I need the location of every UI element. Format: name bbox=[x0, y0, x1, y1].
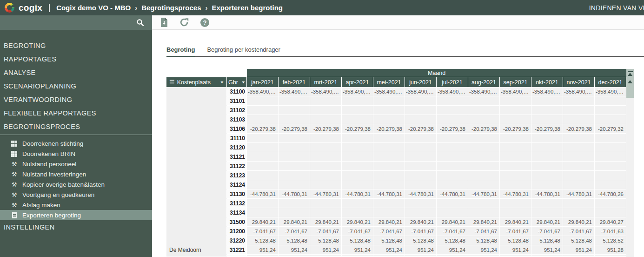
value-cell[interactable] bbox=[595, 143, 626, 152]
value-cell[interactable] bbox=[342, 255, 373, 257]
value-cell[interactable]: -20.279,32 bbox=[595, 124, 626, 134]
value-cell[interactable] bbox=[563, 199, 595, 208]
sidebar-item-flexibele-rapportages[interactable]: FLEXIBELE RAPPORTAGES bbox=[0, 106, 152, 120]
value-cell[interactable]: 951,24 bbox=[563, 245, 595, 255]
value-cell[interactable] bbox=[595, 180, 626, 189]
value-cell[interactable] bbox=[468, 152, 500, 162]
value-cell[interactable] bbox=[595, 199, 626, 208]
sidebar-item-begrotingsproces[interactable]: BEGROTINGSPROCES bbox=[0, 120, 152, 133]
value-cell[interactable]: -358.490,… bbox=[468, 87, 500, 96]
value-cell[interactable] bbox=[247, 143, 279, 152]
value-cell[interactable] bbox=[468, 180, 500, 189]
value-cell[interactable] bbox=[500, 171, 531, 180]
value-cell[interactable] bbox=[563, 106, 595, 115]
value-cell[interactable]: -358.490,… bbox=[279, 87, 310, 96]
sidebar-item-doorrekenen-stichting[interactable]: Doorrekenen stichting bbox=[0, 138, 152, 149]
value-cell[interactable] bbox=[531, 180, 563, 189]
value-cell[interactable] bbox=[563, 134, 595, 143]
sidebar-item-exporteren-begroting[interactable]: Exporteren begroting bbox=[0, 210, 152, 220]
value-cell[interactable] bbox=[247, 208, 279, 217]
value-cell[interactable] bbox=[563, 152, 595, 162]
value-cell[interactable]: 5.128,48 bbox=[563, 236, 595, 245]
value-cell[interactable]: 29.840,21 bbox=[279, 217, 310, 227]
value-cell[interactable]: -44.780,31 bbox=[468, 189, 500, 199]
value-cell[interactable] bbox=[247, 115, 279, 124]
value-cell[interactable]: 951,24 bbox=[279, 245, 310, 255]
sidebar-item-rapportages[interactable]: RAPPORTAGES bbox=[0, 52, 152, 66]
value-cell[interactable]: 951,24 bbox=[342, 245, 373, 255]
gbr-column-header[interactable]: Gbr ▼ bbox=[227, 77, 247, 87]
value-cell[interactable] bbox=[437, 255, 468, 257]
value-cell[interactable] bbox=[500, 134, 531, 143]
sidebar-item-afslag-maken[interactable]: ⚒Afslag maken bbox=[0, 200, 152, 210]
value-cell[interactable]: -20.279,38 bbox=[468, 124, 500, 134]
sidebar-item-analyse[interactable]: ANALYSE bbox=[0, 66, 152, 79]
value-cell[interactable] bbox=[531, 171, 563, 180]
sidebar-item-voortgang-en-goedkeuren[interactable]: ⚒Voortgang en goedkeuren bbox=[0, 189, 152, 200]
value-cell[interactable]: -358.490,… bbox=[595, 87, 626, 96]
value-cell[interactable] bbox=[531, 199, 563, 208]
value-cell[interactable]: 29.840,21 bbox=[468, 217, 500, 227]
search-icon[interactable] bbox=[136, 19, 144, 27]
value-cell[interactable]: -44.780,31 bbox=[563, 189, 595, 199]
value-cell[interactable] bbox=[563, 180, 595, 189]
value-cell[interactable]: -7.041,67 bbox=[247, 227, 279, 236]
value-cell[interactable] bbox=[437, 143, 468, 152]
value-cell[interactable] bbox=[563, 208, 595, 217]
value-cell[interactable] bbox=[563, 96, 595, 106]
value-cell[interactable] bbox=[342, 180, 373, 189]
value-cell[interactable]: 29.840,27 bbox=[595, 217, 626, 227]
sidebar-item-nulstand-investeringen[interactable]: ⚒Nulstand investeringen bbox=[0, 169, 152, 179]
value-cell[interactable]: 951,24 bbox=[437, 245, 468, 255]
value-cell[interactable] bbox=[373, 255, 405, 257]
value-cell[interactable] bbox=[595, 96, 626, 106]
value-cell[interactable] bbox=[437, 115, 468, 124]
value-cell[interactable]: -44.780,31 bbox=[405, 189, 437, 199]
value-cell[interactable] bbox=[310, 180, 342, 189]
value-cell[interactable] bbox=[437, 152, 468, 162]
value-cell[interactable] bbox=[310, 208, 342, 217]
value-cell[interactable]: 951,24 bbox=[405, 245, 437, 255]
value-cell[interactable] bbox=[279, 134, 310, 143]
value-cell[interactable] bbox=[405, 152, 437, 162]
value-cell[interactable]: 5.128,48 bbox=[437, 236, 468, 245]
value-cell[interactable] bbox=[279, 208, 310, 217]
value-cell[interactable] bbox=[310, 134, 342, 143]
value-cell[interactable]: -358.490,… bbox=[342, 87, 373, 96]
value-cell[interactable] bbox=[342, 199, 373, 208]
sidebar-item-instellingen[interactable]: INSTELLINGEN bbox=[0, 220, 152, 234]
value-cell[interactable]: -44.780,31 bbox=[437, 189, 468, 199]
value-cell[interactable]: 5.128,48 bbox=[373, 236, 405, 245]
value-cell[interactable] bbox=[247, 180, 279, 189]
value-cell[interactable] bbox=[405, 180, 437, 189]
value-cell[interactable] bbox=[279, 152, 310, 162]
value-cell[interactable] bbox=[247, 171, 279, 180]
value-cell[interactable] bbox=[405, 134, 437, 143]
value-cell[interactable] bbox=[531, 134, 563, 143]
value-cell[interactable] bbox=[342, 115, 373, 124]
value-cell[interactable]: 951,28 bbox=[595, 245, 626, 255]
value-cell[interactable]: -7.041,67 bbox=[405, 227, 437, 236]
value-cell[interactable]: -20.279,38 bbox=[437, 124, 468, 134]
value-cell[interactable]: -44.780,26 bbox=[595, 189, 626, 199]
value-cell[interactable]: -20.279,38 bbox=[500, 124, 531, 134]
value-cell[interactable] bbox=[437, 96, 468, 106]
value-cell[interactable] bbox=[468, 208, 500, 217]
value-cell[interactable] bbox=[373, 134, 405, 143]
value-cell[interactable]: 5.128,48 bbox=[405, 236, 437, 245]
value-cell[interactable] bbox=[405, 96, 437, 106]
value-cell[interactable] bbox=[373, 171, 405, 180]
value-cell[interactable] bbox=[310, 152, 342, 162]
value-cell[interactable] bbox=[531, 255, 563, 257]
value-cell[interactable] bbox=[500, 162, 531, 171]
value-cell[interactable] bbox=[405, 115, 437, 124]
value-cell[interactable]: -20.279,38 bbox=[373, 124, 405, 134]
tab-begroting[interactable]: Begroting bbox=[166, 46, 195, 57]
value-cell[interactable] bbox=[468, 143, 500, 152]
export-icon[interactable] bbox=[160, 18, 168, 27]
value-cell[interactable] bbox=[247, 255, 279, 257]
value-cell[interactable] bbox=[279, 162, 310, 171]
value-cell[interactable]: -20.279,38 bbox=[247, 124, 279, 134]
value-cell[interactable] bbox=[437, 106, 468, 115]
value-cell[interactable] bbox=[310, 143, 342, 152]
